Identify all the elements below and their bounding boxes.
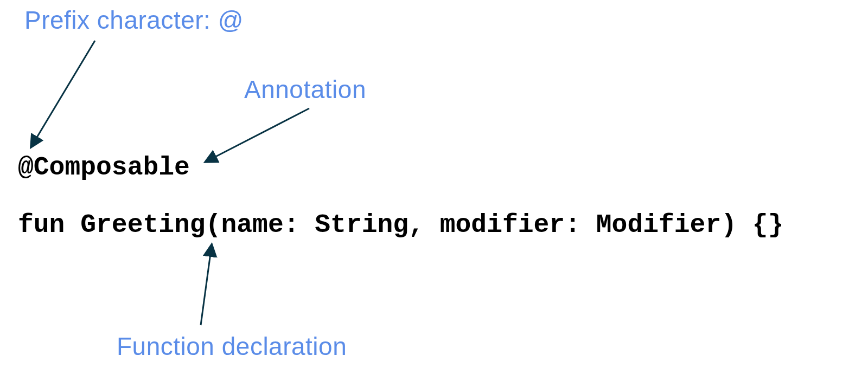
annotation-label: Annotation <box>244 75 366 104</box>
prefix-arrow <box>31 41 95 146</box>
prefix-label: Prefix character: @ <box>24 5 244 35</box>
arrows-svg <box>0 0 868 368</box>
function-arrow <box>201 246 212 325</box>
function-declaration-label: Function declaration <box>117 332 347 361</box>
code-function-line: fun Greeting(name: String, modifier: Mod… <box>18 210 783 240</box>
annotation-arrow <box>206 108 309 162</box>
code-annotation-line: @Composable <box>18 153 190 182</box>
